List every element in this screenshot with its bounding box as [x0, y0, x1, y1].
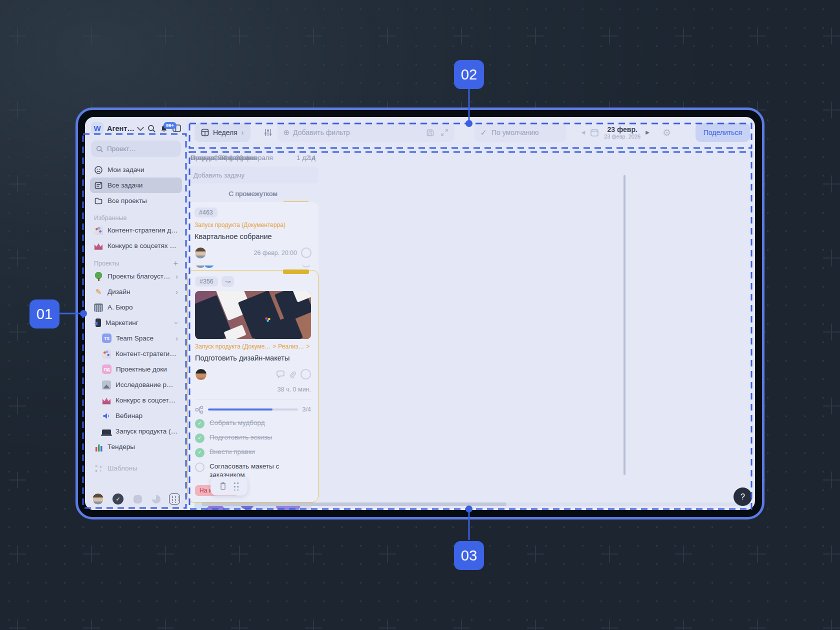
- favorites-section-title: Избранные: [94, 214, 178, 222]
- checklist-item[interactable]: ✓Подготовить эскизы: [195, 434, 311, 443]
- card-actions-pill: [210, 476, 248, 496]
- sidebar-item-templates[interactable]: ✕▴●▪ Шаблоны: [90, 460, 182, 476]
- next-day-arrow[interactable]: ▶: [646, 130, 650, 135]
- search-icon: [96, 146, 103, 152]
- save-view-icon[interactable]: [426, 128, 434, 137]
- task-card-356[interactable]: #356 ↝ Запуск продукта (Доку: [188, 270, 318, 503]
- sliders-icon[interactable]: [264, 128, 272, 137]
- bar-chart-icon: [94, 442, 103, 452]
- column-title: Четверг, 26 февраля: [190, 154, 256, 162]
- sidebar-item-content-strategy[interactable]: Контент-стратегия для …: [98, 346, 182, 362]
- comment-icon[interactable]: [276, 370, 285, 378]
- sidebar-item-improvement-projects[interactable]: Проекты благоустрой… ›: [90, 268, 182, 284]
- deadline-tab: [283, 270, 309, 274]
- annotation-label-01: 01: [30, 300, 60, 328]
- sidebar-item-design[interactable]: ✎ Дизайн ›: [90, 284, 182, 300]
- content-strategy-icon: [102, 350, 111, 358]
- sidebar-item-market-research[interactable]: Исследование рынка (Г…: [98, 377, 182, 392]
- search-icon[interactable]: [148, 124, 156, 132]
- folder-icon: [94, 196, 103, 206]
- docs-icon[interactable]: [134, 495, 142, 504]
- sidebar-item-product-launch[interactable]: Запуск продукта (Доку…: [98, 424, 182, 439]
- pie-chart-icon[interactable]: [152, 495, 160, 504]
- phone-share-icon: [96, 318, 101, 327]
- sidebar-item-webinar[interactable]: Вебинар: [98, 408, 182, 424]
- expand-icon[interactable]: [440, 128, 448, 137]
- help-button[interactable]: ?: [734, 488, 752, 506]
- chevron-down-icon[interactable]: [137, 124, 144, 131]
- chevron-down-icon[interactable]: ›: [173, 322, 181, 324]
- task-title: Подготовить дизайн-макеты: [195, 354, 311, 363]
- drag-handle-icon[interactable]: [233, 482, 240, 490]
- sidebar-item-marketing[interactable]: Маркетинг ›: [90, 315, 182, 330]
- progress-count: 3/4: [302, 406, 311, 413]
- tree-icon: [94, 272, 103, 281]
- apps-grid-icon[interactable]: [169, 494, 180, 504]
- project-link[interactable]: Запуск продукта (Документерра): [194, 222, 312, 228]
- column-thursday: Четверг, 26 февраля 1 д 14 Добавить зада…: [188, 154, 318, 502]
- task-card-463[interactable]: #463 Запуск продукта (Документерра) Квар…: [188, 202, 318, 266]
- sidebar-item-contest-fav[interactable]: Конкурс в соцсетях (Сма…: [90, 238, 182, 254]
- crown-icon: [102, 396, 111, 405]
- add-filter-button[interactable]: ⊕ Добавить фильтр: [284, 128, 350, 137]
- crown-icon: [94, 242, 103, 250]
- project-search-input[interactable]: Проект…: [91, 140, 181, 157]
- dependency-icon: ↝: [222, 276, 234, 287]
- pencil-icon: ✎: [94, 288, 103, 296]
- annotation-label-03: 03: [454, 541, 484, 570]
- current-date[interactable]: 23 февр. 23 февр. 2026: [604, 126, 640, 140]
- assignee-avatar: [195, 368, 207, 380]
- sidebar-item-tenders[interactable]: Тендеры: [90, 439, 182, 454]
- sidebar-item-team-space[interactable]: TS Team Space ›: [98, 330, 182, 346]
- projects-section-title: Проекты +: [94, 260, 178, 268]
- column-meta: 1 д 14: [296, 154, 316, 162]
- subtasks-icon: [195, 406, 204, 414]
- plus-circle-icon: ⊕: [284, 128, 290, 137]
- workspace-header[interactable]: W Агент… 99+: [89, 121, 183, 138]
- gear-icon[interactable]: ⚙: [662, 127, 671, 138]
- check-icon: ✓: [480, 128, 487, 138]
- sidebar-item-project-docs[interactable]: ПД Проектные доки: [98, 362, 182, 377]
- sidebar-item-content-strategy-fav[interactable]: Контент-стратегия для Яс…: [90, 222, 182, 238]
- time-estimate: 38 ч. 0 мин.: [195, 386, 311, 393]
- view-mode-button[interactable]: Неделя ›: [194, 123, 250, 142]
- user-avatar[interactable]: [92, 493, 104, 505]
- chevron-right-icon: ›: [242, 128, 244, 136]
- checklist-item[interactable]: ✓Собрать мудборд: [195, 419, 311, 428]
- chevron-right-icon[interactable]: ›: [176, 272, 178, 280]
- app-logo: W: [91, 122, 104, 134]
- sidebar-item-all-tasks[interactable]: Все задачи: [90, 178, 182, 193]
- share-button[interactable]: Поделиться: [696, 123, 750, 142]
- horizontal-scrollbar-thumb[interactable]: [202, 502, 506, 506]
- calendar-icon[interactable]: [590, 128, 599, 137]
- complete-task-checkbox[interactable]: [300, 369, 311, 380]
- default-view-button[interactable]: ✓ По умолчанию: [474, 123, 566, 142]
- week-board: Понедельник, 23 февраля Добавить задачу …: [188, 148, 755, 510]
- checked-checkbox: ✓: [195, 448, 204, 458]
- sidebar-item-social-contest[interactable]: Конкурс в соцсетях (См…: [98, 392, 182, 408]
- tasks-check-icon[interactable]: ✓: [112, 494, 124, 504]
- complete-task-checkbox[interactable]: [301, 248, 312, 258]
- task-id-badge: #463: [194, 208, 218, 218]
- prev-day-arrow[interactable]: ◀: [582, 130, 586, 135]
- board-view-icon: [201, 128, 209, 136]
- vertical-scrollbar[interactable]: [624, 175, 626, 475]
- sidebar-item-a-buro[interactable]: А. Бюро: [90, 300, 182, 315]
- assignee-avatar: [194, 247, 206, 259]
- chevron-right-icon[interactable]: ›: [176, 334, 178, 342]
- trash-icon[interactable]: [219, 482, 227, 490]
- date-navigation: ◀ 23 февр. 23 февр. 2026 ▶: [582, 126, 650, 140]
- checklist-item[interactable]: ✓Внести правки: [195, 448, 311, 458]
- chevron-right-icon[interactable]: ›: [176, 288, 178, 296]
- checklist-item[interactable]: Согласовать макеты с заказчиком: [195, 462, 311, 480]
- sidebar-item-all-projects[interactable]: Все проекты: [90, 193, 182, 208]
- task-list-icon: [94, 181, 103, 190]
- add-project-button[interactable]: +: [174, 260, 178, 268]
- checked-checkbox: ✓: [195, 419, 204, 428]
- notifications-bell-icon[interactable]: 99+: [160, 124, 168, 132]
- add-task-input[interactable]: Добавить задачу: [188, 166, 318, 184]
- paperclip-icon[interactable]: [289, 370, 296, 378]
- task-title: Квартальное собрание: [194, 232, 312, 242]
- subtasks-progress: 3/4: [195, 399, 311, 414]
- sidebar-item-my-tasks[interactable]: Мои задачи: [90, 162, 182, 178]
